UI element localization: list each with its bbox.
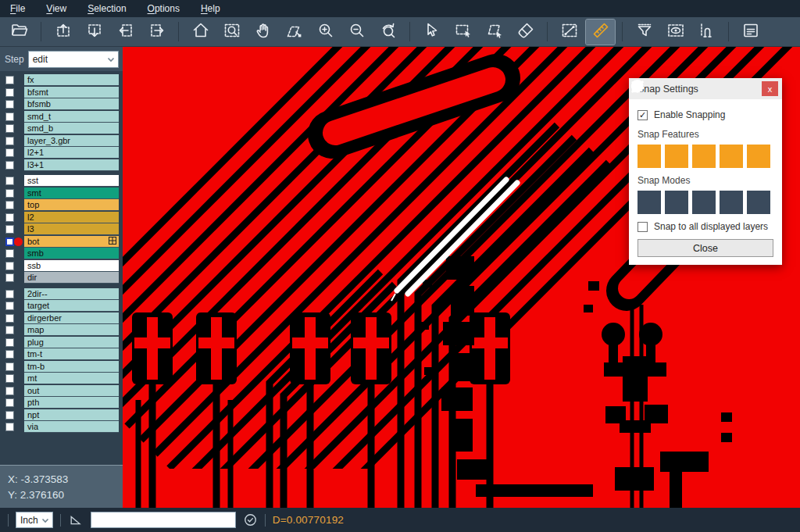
layer-checkbox[interactable] xyxy=(5,100,14,109)
box-arrow-left-button[interactable] xyxy=(111,20,140,45)
layer-name-cell[interactable]: via xyxy=(24,421,119,433)
layer-checkbox[interactable] xyxy=(5,148,14,157)
layer-checkbox[interactable] xyxy=(5,76,14,84)
layer-checkbox[interactable] xyxy=(5,338,14,347)
layer-name-cell[interactable]: l3+1 xyxy=(24,159,119,171)
layers-panel-button[interactable] xyxy=(736,20,765,45)
layer-name-cell[interactable]: pth xyxy=(24,397,119,409)
ruler-button[interactable] xyxy=(586,20,615,45)
layer-name-cell[interactable]: out xyxy=(24,385,119,397)
layer-checkbox[interactable] xyxy=(5,137,14,145)
layer-row-bfsmt[interactable]: bfsmt xyxy=(0,87,123,99)
layer-name-cell[interactable]: dir xyxy=(24,272,119,284)
measure-line-button[interactable] xyxy=(555,20,584,45)
layer-row-plug[interactable]: plug xyxy=(0,337,123,349)
layer-name-cell[interactable]: smt xyxy=(24,187,119,199)
layer-name-cell[interactable]: l3 xyxy=(24,223,119,235)
close-icon[interactable]: x xyxy=(762,81,778,96)
layer-name-cell[interactable]: bot xyxy=(24,236,119,248)
layer-name-cell[interactable]: smd_t xyxy=(24,111,119,123)
layer-row-dirgerber[interactable]: dirgerber xyxy=(0,312,123,325)
layer-checkbox[interactable] xyxy=(5,398,14,407)
layer-name-cell[interactable]: smb xyxy=(24,248,119,259)
snap-magnet-button[interactable] xyxy=(692,20,721,45)
enable-snapping-checkbox[interactable]: ✓ xyxy=(638,110,648,120)
layer-checkbox[interactable] xyxy=(5,326,14,334)
pan-hand-button[interactable] xyxy=(248,20,277,45)
layer-checkbox[interactable] xyxy=(5,423,14,431)
select-rect-button[interactable] xyxy=(448,20,477,45)
menu-item-selection[interactable]: Selection xyxy=(88,3,126,14)
layer-name-cell[interactable]: tm-t xyxy=(24,348,119,360)
layer-name-cell[interactable]: map xyxy=(24,324,119,336)
layer-name-cell[interactable]: smd_b xyxy=(24,123,119,134)
snap-surface-button[interactable] xyxy=(692,145,716,168)
layer-row-tm-b[interactable]: tm-b xyxy=(0,361,123,373)
box-arrow-up-button[interactable] xyxy=(48,20,77,45)
snap-all-layers-checkbox[interactable] xyxy=(638,222,648,232)
layer-row-bfsmb[interactable]: bfsmb xyxy=(0,98,123,111)
layer-checkbox[interactable] xyxy=(5,189,14,198)
layer-name-cell[interactable]: 2dir-- xyxy=(24,288,119,300)
layer-row-ssb[interactable]: ssb xyxy=(0,260,123,273)
layer-name-cell[interactable]: mt xyxy=(24,373,119,384)
snap-pad-filled-button[interactable] xyxy=(692,191,716,214)
dialog-title-bar[interactable]: Snap Settings x xyxy=(629,78,782,99)
layer-name-cell[interactable]: fx xyxy=(24,74,119,86)
layer-name-cell[interactable]: npt xyxy=(24,409,119,421)
corner-angle-icon[interactable] xyxy=(68,512,84,528)
snap-midpoint-button[interactable] xyxy=(665,191,688,214)
layer-checkbox[interactable] xyxy=(5,374,14,383)
layer-row-smd_t[interactable]: smd_t xyxy=(0,111,123,123)
layer-row-smt[interactable]: smt xyxy=(0,187,123,200)
layer-checkbox[interactable] xyxy=(5,161,14,170)
layer-row-layer_3.gbr[interactable]: layer_3.gbr xyxy=(0,135,123,148)
layer-row-l2+1[interactable]: l2+1 xyxy=(0,147,123,159)
layer-checkbox[interactable] xyxy=(5,387,14,395)
layer-row-sst[interactable]: sst xyxy=(0,175,123,187)
layer-row-dir[interactable]: dir xyxy=(0,272,123,284)
layer-checkbox[interactable] xyxy=(5,290,14,298)
polygon-zoom-button[interactable] xyxy=(280,20,309,45)
layer-row-npt[interactable]: npt xyxy=(0,409,123,422)
step-select[interactable]: edit xyxy=(28,51,119,68)
layer-name-cell[interactable]: l2+1 xyxy=(24,147,119,159)
layer-checkbox[interactable] xyxy=(5,225,14,234)
layer-row-l2[interactable]: l2 xyxy=(0,212,123,224)
dialog-close-button[interactable]: Close xyxy=(638,239,773,257)
snap-text-button[interactable] xyxy=(747,145,770,168)
box-arrow-right-button[interactable] xyxy=(142,20,171,45)
layer-name-cell[interactable]: tm-b xyxy=(24,361,119,373)
zoom-area-button[interactable] xyxy=(217,20,246,45)
layer-name-cell[interactable]: sst xyxy=(24,175,119,187)
layer-checkbox[interactable] xyxy=(5,249,14,258)
layer-row-bot[interactable]: bot xyxy=(0,236,123,248)
menu-item-options[interactable]: Options xyxy=(148,3,180,14)
layer-row-pth[interactable]: pth xyxy=(0,397,123,409)
snap-vertex-button[interactable] xyxy=(747,191,770,214)
select-polygon-button[interactable] xyxy=(480,20,509,45)
layer-row-top[interactable]: top xyxy=(0,199,123,212)
layer-checkbox[interactable] xyxy=(5,213,14,222)
select-arrow-button[interactable] xyxy=(417,20,446,45)
snap-center-button[interactable] xyxy=(638,191,661,214)
menu-item-view[interactable]: View xyxy=(46,3,66,14)
layer-row-tm-t[interactable]: tm-t xyxy=(0,348,123,361)
pcb-canvas[interactable]: Snap Settings x ✓ Enable Snapping Snap F… xyxy=(123,47,800,508)
snap-pad-button[interactable] xyxy=(665,145,688,168)
layer-checkbox[interactable] xyxy=(5,177,14,185)
box-arrow-down-button[interactable] xyxy=(80,20,109,45)
layer-row-out[interactable]: out xyxy=(0,385,123,398)
snap-line-button[interactable] xyxy=(638,145,661,168)
layer-checkbox[interactable] xyxy=(5,112,14,121)
zoom-out-button[interactable] xyxy=(342,20,371,45)
layer-name-cell[interactable]: target xyxy=(24,300,119,312)
layer-row-target[interactable]: target xyxy=(0,300,123,312)
layer-checkbox[interactable] xyxy=(5,362,14,371)
layer-checkbox[interactable] xyxy=(5,302,14,310)
layer-row-via[interactable]: via xyxy=(0,421,123,434)
layer-name-cell[interactable]: ssb xyxy=(24,260,119,272)
layer-name-cell[interactable]: bfsmb xyxy=(24,98,119,110)
snap-arc-button[interactable] xyxy=(720,145,743,168)
layer-checkbox[interactable] xyxy=(5,350,14,359)
